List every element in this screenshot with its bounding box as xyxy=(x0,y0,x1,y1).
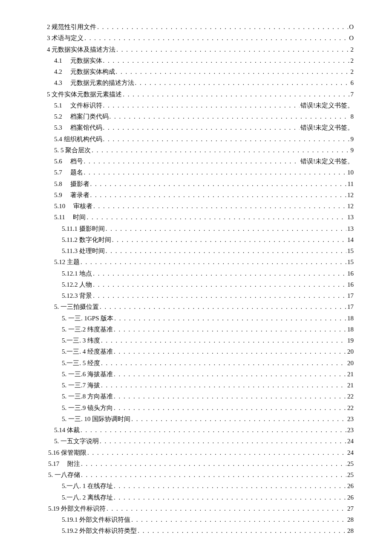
toc-page: 2 xyxy=(350,66,354,77)
toc-entry: 5.3 档案馆代码错误!未定义书签。 xyxy=(40,122,354,133)
toc-entry: 5.12.2 人物16 xyxy=(40,279,354,290)
toc-label: 5.一八. 1 在线存址 xyxy=(62,480,113,491)
toc-entry: 5. 一三.6 海拔基准21 xyxy=(40,369,354,380)
toc-leader xyxy=(115,66,350,77)
toc-entry: 4.2 元数据实体构成2 xyxy=(40,66,354,77)
toc-label: 5. 一三.2 纬度基准 xyxy=(62,324,113,335)
toc-label: 5.12.1 地点 xyxy=(62,268,92,279)
toc-label: 4.1 元数据实体 xyxy=(54,55,102,66)
toc-leader xyxy=(115,44,349,55)
toc-page: 7 xyxy=(350,89,354,100)
toc-entry: 5. 一三.9 镜头方向22 xyxy=(40,402,354,413)
toc-leader xyxy=(122,89,349,100)
toc-entry: 5. 一八存储25 xyxy=(40,469,354,480)
toc-entry: 4.1 元数据实体2 xyxy=(40,55,354,66)
toc-leader xyxy=(113,346,346,357)
toc-page: 错误!未定义书签。 xyxy=(300,156,354,167)
toc-page: 14 xyxy=(346,234,354,245)
toc-entry: 3 术语与定义O xyxy=(40,32,354,44)
toc-entry: 5.4 组织机构代码9 xyxy=(40,134,354,145)
toc-page: 24 xyxy=(346,447,354,458)
toc-page: 12 xyxy=(346,189,354,200)
toc-page: 19 xyxy=(346,335,354,346)
toc-entry: 5.19 外部文件标识符27 xyxy=(40,503,354,514)
toc-page: 18 xyxy=(346,313,354,324)
toc-leader xyxy=(83,167,347,178)
toc-label: 5. 一五文字说明 xyxy=(54,436,99,447)
toc-label: 5.一八. 2 离线存址 xyxy=(62,492,113,503)
toc-entry: 4.3 元数据元素的描述方法6 xyxy=(40,77,354,88)
toc-leader xyxy=(89,178,347,189)
toc-entry: 5. 一五文字说明24 xyxy=(40,436,354,447)
toc-leader xyxy=(100,380,346,391)
toc-page: O xyxy=(348,32,354,44)
toc-entry: 5. 一三. 10 国际协调时间23 xyxy=(40,413,354,424)
toc-label: 5. 一三.7 海拔 xyxy=(62,380,100,391)
toc-label: 5. 5 聚合层次 xyxy=(54,145,91,156)
toc-page: 28 xyxy=(346,525,354,536)
toc-entry: 5.8 摄影者11 xyxy=(40,178,354,189)
toc-page: 18 xyxy=(346,324,354,335)
toc-entry: 5.7 题名10 xyxy=(40,167,354,178)
toc-label: 5.6 档号 xyxy=(54,156,83,167)
toc-entry: 5.6 档号错误!未定义书签。 xyxy=(40,156,354,167)
toc-label: 5.7 题名 xyxy=(54,167,83,178)
toc-leader xyxy=(102,122,300,133)
toc-label: 5.11 时间 xyxy=(54,212,86,223)
toc-label: 5.4 组织机构代码 xyxy=(54,134,102,145)
toc-page: 2 xyxy=(350,55,354,66)
toc-page: 9 xyxy=(350,145,354,156)
toc-label: 5. 一三. 10 国际协调时间 xyxy=(62,413,130,424)
toc-leader xyxy=(86,212,346,223)
toc-page: 25 xyxy=(346,458,354,469)
toc-entry: 5. 一三. 1GPS 版本18 xyxy=(40,313,354,324)
toc-label: 5.14 体裁 xyxy=(54,424,80,436)
toc-entry: 5.17 附注25 xyxy=(40,458,354,469)
toc-page: 16 xyxy=(346,279,354,290)
toc-leader xyxy=(106,503,346,514)
toc-entry: 4 元数据实体及描述方法2 xyxy=(40,44,354,55)
table-of-contents: 2 规范性引用文件O3 术语与定义O4 元数据实体及描述方法24.1 元数据实体… xyxy=(40,21,354,537)
toc-entry: 5.2 档案门类代码8 xyxy=(40,111,354,122)
toc-label: 5.11.1 摄影时间 xyxy=(62,223,105,234)
toc-entry: 5.一三. 4 经度基准20 xyxy=(40,346,354,357)
toc-label: 5.8 摄影者 xyxy=(54,178,89,189)
toc-entry: 5.12 主题15 xyxy=(40,256,354,267)
toc-page: 25 xyxy=(346,469,354,480)
toc-leader xyxy=(92,279,346,290)
toc-leader xyxy=(113,480,346,491)
toc-page: 20 xyxy=(346,357,354,369)
toc-page: 13 xyxy=(346,223,354,234)
toc-entry: 5. 5 聚合层次9 xyxy=(40,145,354,156)
toc-leader xyxy=(105,245,346,256)
toc-label: 5.3 档案馆代码 xyxy=(54,122,102,133)
toc-page: 27 xyxy=(346,503,354,514)
toc-leader xyxy=(96,21,348,32)
toc-label: 4.2 元数据实体构成 xyxy=(54,66,115,77)
toc-label: 5.一三. 3 纬度 xyxy=(62,335,100,346)
toc-page: 6 xyxy=(350,77,354,88)
toc-entry: 5.11.2 数字化时间14 xyxy=(40,234,354,245)
toc-page: 24 xyxy=(346,436,354,447)
toc-label: 5.11.3 处理时间 xyxy=(62,245,105,256)
toc-leader xyxy=(99,436,346,447)
toc-entry: 5. 一三.7 海拔21 xyxy=(40,380,354,391)
toc-entry: 5.19.1 外部文件标识符值28 xyxy=(40,514,354,525)
toc-leader xyxy=(86,447,346,458)
toc-label: 4 元数据实体及描述方法 xyxy=(47,44,115,55)
toc-page: 23 xyxy=(346,413,354,424)
toc-leader xyxy=(130,514,346,525)
toc-leader xyxy=(100,335,346,346)
toc-leader xyxy=(100,357,346,369)
toc-label: 5.19 外部文件标识符 xyxy=(48,503,106,514)
toc-page: 21 xyxy=(346,380,354,391)
toc-label: 5. 一三.6 海拔基准 xyxy=(62,369,113,380)
toc-label: 4.3 元数据元素的描述方法 xyxy=(54,77,134,88)
toc-entry: 5 文件实体元数据元素描述7 xyxy=(40,89,354,100)
toc-entry: 5.12.3 背景17 xyxy=(40,290,354,301)
toc-leader xyxy=(102,134,350,145)
toc-page: 15 xyxy=(346,256,354,267)
toc-page: O xyxy=(348,21,354,32)
toc-entry: 5.10 审核者12 xyxy=(40,200,354,212)
toc-label: 5.12.2 人物 xyxy=(62,279,92,290)
